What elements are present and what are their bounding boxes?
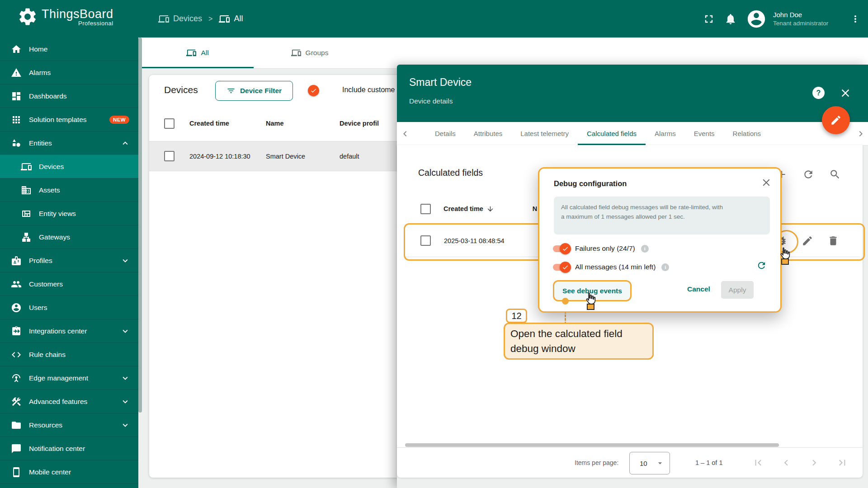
sidebar-item-home[interactable]: Home bbox=[0, 38, 138, 61]
user-info[interactable]: John Doe Tenant administrator bbox=[773, 10, 841, 28]
sidebar-item-edge-management[interactable]: Edge management bbox=[0, 366, 138, 389]
info-icon[interactable]: i bbox=[641, 245, 649, 253]
sidebar-item-resources[interactable]: Resources bbox=[0, 413, 138, 436]
items-per-page-select[interactable]: 10 bbox=[629, 452, 670, 474]
edit-fab-button[interactable] bbox=[822, 106, 850, 134]
logo[interactable]: ThingsBoard Professional bbox=[17, 6, 113, 27]
sidebar-item-integrations-center[interactable]: Integrations center bbox=[0, 319, 138, 343]
devices-icon bbox=[158, 14, 169, 24]
pagination-range: 1 – 1 of 1 bbox=[695, 459, 722, 466]
cf-row-checkbox[interactable] bbox=[420, 235, 431, 246]
help-icon[interactable]: ? bbox=[812, 87, 825, 99]
resources-icon bbox=[11, 420, 22, 431]
devices-icon bbox=[291, 48, 301, 58]
device-filter-button[interactable]: Device Filter bbox=[215, 81, 293, 101]
annotation-step-text: Open the calculated field debug window bbox=[504, 323, 654, 360]
sidebar-item-alarms[interactable]: Alarms bbox=[0, 61, 138, 84]
cf-column-created-time[interactable]: Created time bbox=[443, 205, 494, 213]
devices-card-title: Devices bbox=[164, 84, 198, 95]
user-role: Tenant administrator bbox=[773, 19, 841, 28]
close-icon[interactable] bbox=[839, 87, 852, 99]
debug-configuration-popup: Debug configuration All calculated field… bbox=[538, 167, 782, 313]
drawer-tab-calculated-fields[interactable]: Calculated fields bbox=[578, 122, 646, 145]
avatar[interactable] bbox=[746, 9, 767, 29]
mobile-center-icon bbox=[11, 467, 22, 478]
sidebar-item-solution-templates[interactable]: Solution templatesNEW bbox=[0, 108, 138, 131]
chevron-down-icon bbox=[120, 326, 130, 336]
sidebar-item-dashboards[interactable]: Dashboards bbox=[0, 84, 138, 108]
info-icon[interactable]: i bbox=[661, 263, 669, 271]
tab-all[interactable]: All bbox=[142, 38, 254, 68]
calculated-fields-title: Calculated fields bbox=[418, 168, 483, 178]
chevron-down-icon bbox=[120, 373, 130, 383]
drawer-tab-relations[interactable]: Relations bbox=[724, 122, 770, 145]
drawer-tab-attributes[interactable]: Attributes bbox=[465, 122, 511, 145]
cf-created-time: 2025-03-11 08:48:54 bbox=[444, 237, 516, 244]
drawer-tab-details[interactable]: Details bbox=[426, 122, 465, 145]
chevron-down-icon bbox=[120, 397, 130, 407]
horizontal-scrollbar[interactable] bbox=[405, 443, 779, 447]
row-checkbox[interactable] bbox=[164, 151, 175, 161]
sidebar-item-mobile-center[interactable]: Mobile center bbox=[0, 460, 138, 483]
all-messages-toggle[interactable] bbox=[553, 264, 569, 271]
sidebar-item-entities[interactable]: Entities bbox=[0, 131, 138, 155]
failures-only-toggle[interactable] bbox=[553, 245, 569, 252]
first-page-icon[interactable] bbox=[752, 457, 764, 469]
drawer-tab-alarms[interactable]: Alarms bbox=[646, 122, 685, 145]
sidebar-item-api-usage[interactable]: API usage bbox=[0, 483, 138, 488]
sidebar-item-assets[interactable]: Assets bbox=[0, 178, 138, 202]
cf-column-name[interactable]: N bbox=[533, 205, 537, 212]
drawer-title: Smart Device bbox=[409, 76, 472, 89]
breadcrumb-all[interactable]: All bbox=[219, 14, 243, 24]
devices-icon bbox=[21, 161, 32, 172]
devices-icon bbox=[219, 14, 230, 24]
sidebar-item-rule-chains[interactable]: Rule chains bbox=[0, 343, 138, 366]
apply-button: Apply bbox=[721, 281, 754, 299]
sidebar-item-gateways[interactable]: Gateways bbox=[0, 225, 138, 249]
sidebar-item-customers[interactable]: Customers bbox=[0, 272, 138, 296]
notifications-bell-icon[interactable] bbox=[724, 13, 737, 25]
tabs-scroll-left-icon[interactable] bbox=[400, 128, 410, 139]
column-created-time[interactable]: Created time bbox=[189, 120, 266, 127]
sidebar-scrollbar[interactable] bbox=[138, 38, 142, 413]
popup-close-icon[interactable] bbox=[760, 177, 772, 188]
drawer-tab-latest-telemetry[interactable]: Latest telemetry bbox=[511, 122, 578, 145]
dashboards-icon bbox=[11, 91, 22, 102]
solution-templates-icon bbox=[11, 114, 22, 125]
sidebar-item-entity-views[interactable]: Entity views bbox=[0, 202, 138, 225]
user-name: John Doe bbox=[773, 10, 841, 19]
sidebar-item-notification-center[interactable]: Notification center bbox=[0, 436, 138, 460]
drawer-header: Smart Device Device details ? bbox=[397, 65, 868, 122]
sidebar-item-users[interactable]: Users bbox=[0, 296, 138, 319]
search-icon[interactable] bbox=[829, 169, 841, 180]
edge-management-icon bbox=[11, 373, 22, 384]
entity-tabs: AllGroups bbox=[142, 38, 868, 69]
annotation-step-number: 12 bbox=[506, 309, 527, 323]
sidebar-item-advanced-features[interactable]: Advanced features bbox=[0, 389, 138, 413]
alarms-icon bbox=[11, 67, 22, 78]
next-page-icon[interactable] bbox=[808, 457, 820, 469]
fullscreen-icon[interactable] bbox=[703, 13, 715, 25]
column-name[interactable]: Name bbox=[266, 120, 340, 127]
cancel-button[interactable]: Cancel bbox=[687, 285, 710, 293]
edit-row-icon[interactable] bbox=[802, 235, 813, 247]
refresh-icon[interactable] bbox=[802, 169, 814, 180]
tab-groups[interactable]: Groups bbox=[254, 38, 366, 68]
thingsboard-app: ThingsBoard Professional Devices>All Joh… bbox=[0, 0, 868, 488]
breadcrumb-devices[interactable]: Devices bbox=[158, 14, 202, 24]
tabs-scroll-right-icon[interactable] bbox=[855, 128, 866, 139]
kebab-menu-icon[interactable] bbox=[850, 13, 861, 25]
drawer-subtitle: Device details bbox=[409, 97, 453, 105]
prev-page-icon[interactable] bbox=[780, 457, 792, 469]
advanced-features-icon bbox=[11, 396, 22, 407]
toggle-check-icon bbox=[308, 85, 319, 96]
select-all-checkbox[interactable] bbox=[164, 118, 175, 129]
sidebar-item-profiles[interactable]: Profiles bbox=[0, 249, 138, 272]
drawer-tab-events[interactable]: Events bbox=[685, 122, 724, 145]
sidebar-item-devices[interactable]: Devices bbox=[0, 155, 138, 178]
reset-timer-icon[interactable] bbox=[756, 260, 767, 271]
sort-desc-icon bbox=[486, 205, 494, 213]
cf-select-all-checkbox[interactable] bbox=[420, 204, 431, 214]
last-page-icon[interactable] bbox=[836, 457, 848, 469]
delete-row-icon[interactable] bbox=[827, 235, 839, 247]
